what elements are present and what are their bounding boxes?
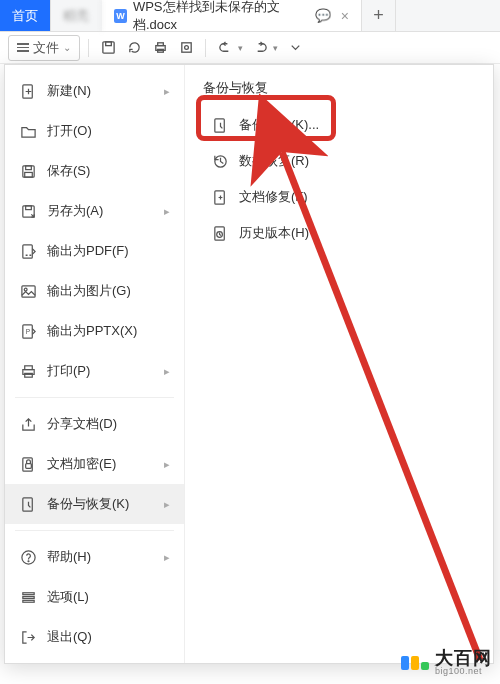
open-icon [19, 122, 37, 140]
watermark: 大百网 big100.net [401, 649, 492, 676]
toolbar: 文件 ⌄ ▾ ▾ [0, 32, 500, 64]
svg-text:P: P [25, 328, 30, 335]
svg-point-25 [28, 560, 29, 561]
menu-item-label: 退出(Q) [47, 628, 170, 646]
hamburger-icon [17, 41, 29, 54]
svg-rect-10 [24, 172, 32, 177]
menu-item-share[interactable]: 分享文档(D) [5, 404, 184, 444]
menu-item-label: 新建(N) [47, 82, 154, 100]
submenu-item-label: 历史版本(H) [239, 224, 309, 242]
submenu-item-history[interactable]: 历史版本(H) [203, 215, 475, 251]
tab-document[interactable]: W WPS怎样找到未保存的文档.docx 💬 × [102, 0, 362, 31]
submenu-item-label: 文档修复(F) [239, 188, 308, 206]
file-menu-panel: 新建(N)▸打开(O)保存(S)另存为(A)▸输出为PDF(F)输出为图片(G)… [4, 64, 494, 664]
pdf-icon [19, 242, 37, 260]
preview-icon[interactable] [175, 37, 197, 59]
submenu-item-repair[interactable]: 文档修复(F) [203, 179, 475, 215]
svg-rect-27 [22, 596, 33, 598]
menu-item-label: 输出为图片(G) [47, 282, 170, 300]
tab-new[interactable]: + [362, 0, 396, 31]
menu-item-lock[interactable]: 文档加密(E)▸ [5, 444, 184, 484]
print-icon[interactable] [149, 37, 171, 59]
tab-bar: 首页 稻壳 W WPS怎样找到未保存的文档.docx 💬 × + [0, 0, 500, 32]
svg-rect-14 [21, 285, 34, 296]
menu-item-label: 选项(L) [47, 588, 170, 606]
svg-rect-0 [102, 42, 113, 53]
svg-rect-19 [24, 365, 32, 369]
menu-item-image[interactable]: 输出为图片(G) [5, 271, 184, 311]
svg-point-6 [184, 46, 188, 50]
svg-rect-29 [214, 118, 223, 131]
chat-icon[interactable]: 💬 [315, 8, 331, 23]
reload-icon[interactable] [123, 37, 145, 59]
lock-icon [19, 455, 37, 473]
svg-rect-20 [24, 373, 32, 377]
close-icon[interactable]: × [341, 8, 349, 24]
menu-item-options[interactable]: 选项(L) [5, 577, 184, 617]
submenu-title: 备份与恢复 [203, 79, 475, 97]
backup-icon [19, 495, 37, 513]
menu-item-backup[interactable]: 备份与恢复(K)▸ [5, 484, 184, 524]
svg-rect-28 [22, 600, 33, 602]
menu-item-open[interactable]: 打开(O) [5, 111, 184, 151]
svg-rect-3 [157, 43, 163, 46]
file-menu-left-column: 新建(N)▸打开(O)保存(S)另存为(A)▸输出为PDF(F)输出为图片(G)… [5, 65, 185, 663]
tab-home[interactable]: 首页 [0, 0, 51, 31]
saveas-icon [19, 202, 37, 220]
save-icon[interactable] [97, 37, 119, 59]
separator [205, 39, 206, 57]
submenu-item-label: 备份中心(K)... [239, 116, 319, 134]
backup-center-icon [211, 116, 229, 134]
menu-item-ppt[interactable]: P输出为PPTX(X) [5, 311, 184, 351]
menu-divider [15, 530, 174, 531]
tab-document-title: WPS怎样找到未保存的文档.docx [133, 0, 309, 31]
watermark-url: big100.net [435, 667, 492, 676]
menu-item-help[interactable]: 帮助(H)▸ [5, 537, 184, 577]
undo-dropdown-icon[interactable]: ▾ [238, 43, 243, 53]
submenu-item-label: 数据恢复(R) [239, 152, 309, 170]
menu-item-label: 输出为PDF(F) [47, 242, 170, 260]
svg-rect-5 [181, 43, 190, 52]
redo-icon[interactable] [249, 37, 271, 59]
watermark-text: 大百网 [435, 649, 492, 667]
menu-divider [15, 397, 174, 398]
svg-rect-26 [22, 592, 33, 594]
svg-point-15 [24, 288, 27, 291]
menu-item-label: 打印(P) [47, 362, 154, 380]
submenu-item-recover[interactable]: 数据恢复(R) [203, 143, 475, 179]
undo-icon[interactable] [214, 37, 236, 59]
menu-item-new[interactable]: 新建(N)▸ [5, 71, 184, 111]
file-menu-right-column: 备份与恢复 备份中心(K)...数据恢复(R)文档修复(F)历史版本(H) [185, 65, 493, 663]
svg-rect-12 [25, 205, 31, 209]
menu-item-label: 文档加密(E) [47, 455, 154, 473]
menu-item-label: 帮助(H) [47, 548, 154, 566]
history-icon [211, 224, 229, 242]
file-menu-label: 文件 [33, 39, 59, 57]
menu-item-save[interactable]: 保存(S) [5, 151, 184, 191]
chevron-right-icon: ▸ [164, 365, 170, 378]
chevron-right-icon: ▸ [164, 498, 170, 511]
redo-dropdown-icon[interactable]: ▾ [273, 43, 278, 53]
overflow-icon[interactable] [284, 37, 306, 59]
new-icon [19, 82, 37, 100]
menu-item-label: 备份与恢复(K) [47, 495, 154, 513]
ppt-icon: P [19, 322, 37, 340]
image-icon [19, 282, 37, 300]
file-menu-button[interactable]: 文件 ⌄ [8, 35, 80, 61]
submenu-item-backup-center[interactable]: 备份中心(K)... [203, 107, 475, 143]
options-icon [19, 588, 37, 606]
menu-item-label: 输出为PPTX(X) [47, 322, 170, 340]
menu-item-saveas[interactable]: 另存为(A)▸ [5, 191, 184, 231]
menu-item-print[interactable]: 打印(P)▸ [5, 351, 184, 391]
menu-item-exit[interactable]: 退出(Q) [5, 617, 184, 657]
watermark-logo-icon [401, 656, 429, 670]
chevron-right-icon: ▸ [164, 551, 170, 564]
tab-template[interactable]: 稻壳 [51, 0, 102, 31]
chevron-right-icon: ▸ [164, 458, 170, 471]
save-icon [19, 162, 37, 180]
menu-item-label: 保存(S) [47, 162, 170, 180]
chevron-right-icon: ▸ [164, 85, 170, 98]
svg-rect-23 [22, 497, 31, 510]
menu-item-pdf[interactable]: 输出为PDF(F) [5, 231, 184, 271]
menu-item-label: 分享文档(D) [47, 415, 170, 433]
